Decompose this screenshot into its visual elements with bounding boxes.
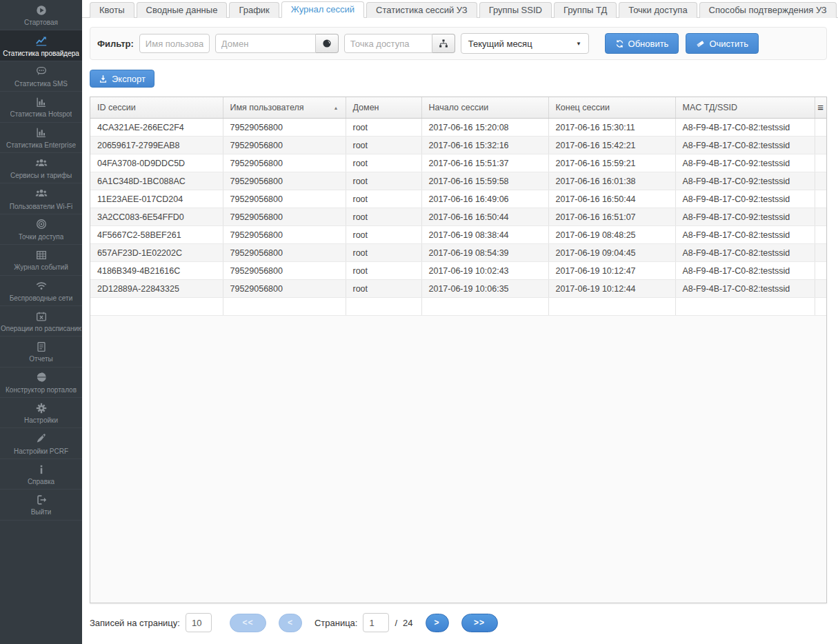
table-row[interactable]: 04FA3708-0D9DDC5D 79529056800 root 2017-… [90, 154, 826, 172]
cell-username: 79529056800 [223, 172, 346, 190]
domain-lookup-button[interactable] [316, 34, 339, 53]
tab-session-log[interactable]: Журнал сессий [281, 1, 364, 18]
sidebar-item-wifi-users[interactable]: Пользователи Wi-Fi [0, 183, 82, 214]
table-row[interactable]: 4F5667C2-58BEF261 79529056800 root 2017-… [90, 226, 826, 244]
header-session-start[interactable]: Начало сессии [421, 97, 548, 119]
sidebar-item-hotspot-stats[interactable]: Статистика Hotspot [0, 92, 82, 122]
table-row[interactable]: 20659617-2799EAB8 79529056800 root 2017-… [90, 137, 826, 154]
sidebar-item-help[interactable]: Справка [0, 459, 82, 490]
empty-cell [421, 298, 548, 316]
cell-mac-ssid: A8-F9-4B-17-C0-92:testssid [675, 208, 815, 226]
period-select[interactable]: Текущий месяц ▼ [461, 33, 589, 54]
username-filter-input[interactable] [139, 34, 210, 53]
tab-summary-data[interactable]: Сводные данные [137, 2, 228, 18]
period-select-value: Текущий месяц [468, 39, 532, 49]
table-row[interactable]: 657AF23D-1E02202C 79529056800 root 2017-… [90, 244, 826, 262]
table-row[interactable]: 4186B349-4B21616C 79529056800 root 2017-… [90, 262, 826, 280]
prev-page-button[interactable]: < [279, 614, 302, 632]
cell-username: 79529056800 [223, 208, 346, 226]
sidebar-item-provider-stats[interactable]: Статистика провайдера [0, 30, 82, 61]
tab-chart[interactable]: График [229, 2, 279, 18]
sidebar-item-home[interactable]: Стартовая [0, 0, 82, 30]
sidebar-item-enterprise-stats[interactable]: Статистика Enterprise [0, 123, 82, 153]
sidebar-item-sms-stats[interactable]: Статистика SMS [0, 61, 82, 92]
header-session-end[interactable]: Конец сессии [548, 97, 675, 119]
sessions-table-container: ID сессии ▲ Имя пользователя Домен Начал… [90, 97, 827, 603]
sidebar-item-wireless-networks[interactable]: Беспроводные сети [0, 276, 82, 306]
chat-bubble-icon [35, 65, 48, 78]
header-session-id[interactable]: ID сессии [90, 97, 223, 119]
cell-menu [815, 262, 826, 280]
cell-menu [815, 208, 826, 226]
cell-menu [815, 280, 826, 298]
tab-quotas[interactable]: Квоты [90, 2, 134, 18]
cell-mac-ssid: A8-F9-4B-17-C0-82:testssid [675, 119, 815, 137]
sidebar-item-label: Статистика Enterprise [6, 141, 76, 149]
table-row[interactable]: 2D12889A-22843325 79529056800 root 2017-… [90, 280, 826, 298]
sidebar-item-settings[interactable]: Настройки [0, 398, 82, 428]
rocket-icon [35, 432, 48, 445]
sidebar-item-portal-constructor[interactable]: Конструктор порталов [0, 368, 82, 398]
cell-domain: root [346, 244, 421, 262]
table-row[interactable]: 3A2CC083-6E54FFD0 79529056800 root 2017-… [90, 208, 826, 226]
sidebar-item-logout[interactable]: Выйти [0, 490, 82, 520]
empty-cell [223, 298, 346, 316]
header-username[interactable]: ▲ Имя пользователя [223, 97, 346, 119]
header-mac-ssid[interactable]: MAC ТД/SSID [675, 97, 815, 119]
cell-session-start: 2017-06-16 16:50:44 [421, 208, 548, 226]
app-window: Стартовая Статистика провайдера Статисти… [0, 0, 838, 644]
calendar-x-icon [35, 310, 48, 323]
cell-session-id: 4186B349-4B21616C [90, 262, 223, 280]
tab-ssid-groups[interactable]: Группы SSID [479, 2, 552, 18]
sidebar-item-label: Настройки [24, 416, 58, 424]
last-page-button[interactable]: >> [461, 614, 498, 632]
per-page-input[interactable] [186, 613, 212, 632]
sidebar-item-label: Точки доступа [19, 233, 64, 241]
tab-account-session-stats[interactable]: Статистика сессий УЗ [366, 2, 477, 18]
empty-cell [90, 298, 223, 316]
export-button[interactable]: Экспорт [90, 70, 154, 88]
cell-menu [815, 119, 826, 137]
cell-domain: root [346, 154, 421, 172]
access-point-filter-input[interactable] [344, 34, 432, 53]
refresh-button[interactable]: Обновить [605, 33, 679, 54]
table-row[interactable]: 6A1C348D-1BC088AC 79529056800 root 2017-… [90, 172, 826, 190]
empty-cell [346, 298, 421, 316]
tab-ap-groups[interactable]: Группы ТД [554, 2, 617, 18]
cell-mac-ssid: A8-F9-4B-17-C0-92:testssid [675, 190, 815, 208]
sidebar-item-access-points[interactable]: Точки доступа [0, 214, 82, 245]
sidebar-item-label: Пользователи Wi-Fi [10, 203, 72, 210]
domain-filter-input[interactable] [215, 34, 316, 53]
tab-confirmation-methods[interactable]: Способы подтверждения УЗ [699, 2, 837, 18]
table-row[interactable]: 11E23AEE-017CD204 79529056800 root 2017-… [90, 190, 826, 208]
chevron-down-icon: ▼ [576, 41, 581, 47]
cell-session-start: 2017-06-19 08:54:39 [421, 244, 548, 262]
header-domain[interactable]: Домен [346, 97, 421, 119]
sidebar-item-scheduled-operations[interactable]: Операции по расписанию [0, 306, 82, 336]
cell-session-end: 2017-06-16 16:01:38 [548, 172, 675, 190]
cell-session-end: 2017-06-16 16:51:07 [548, 208, 675, 226]
sidebar-item-label: Выйти [31, 508, 52, 516]
clear-button[interactable]: Очистить [686, 33, 759, 54]
next-page-button[interactable]: > [426, 614, 449, 632]
sidebar-item-event-log[interactable]: Журнал событий [0, 245, 82, 275]
cell-session-end: 2017-06-16 16:50:44 [548, 190, 675, 208]
page-input[interactable] [363, 613, 389, 632]
cell-session-end: 2017-06-19 10:12:44 [548, 280, 675, 298]
cell-mac-ssid: A8-F9-4B-17-C0-82:testssid [675, 226, 815, 244]
cell-session-id: 4CA321AE-266EC2F4 [90, 119, 223, 137]
tab-access-points[interactable]: Точки доступа [619, 2, 697, 18]
cell-session-start: 2017-06-16 15:20:08 [421, 119, 548, 137]
first-page-button[interactable]: << [230, 614, 266, 632]
users-icon [35, 188, 48, 201]
total-pages: 24 [403, 618, 412, 628]
cell-session-id: 2D12889A-22843325 [90, 280, 223, 298]
sidebar-item-reports[interactable]: Отчеты [0, 336, 82, 367]
sidebar-item-services-tariffs[interactable]: Сервисы и тарифы [0, 153, 82, 183]
table-row[interactable]: 4CA321AE-266EC2F4 79529056800 root 2017-… [90, 119, 826, 137]
clear-button-label: Очистить [709, 39, 748, 49]
cell-menu [815, 137, 826, 154]
columns-menu-button[interactable]: ≡ [815, 97, 826, 119]
access-point-tree-button[interactable] [432, 34, 455, 53]
sidebar-item-pcrf-settings[interactable]: Настройки PCRF [0, 428, 82, 459]
